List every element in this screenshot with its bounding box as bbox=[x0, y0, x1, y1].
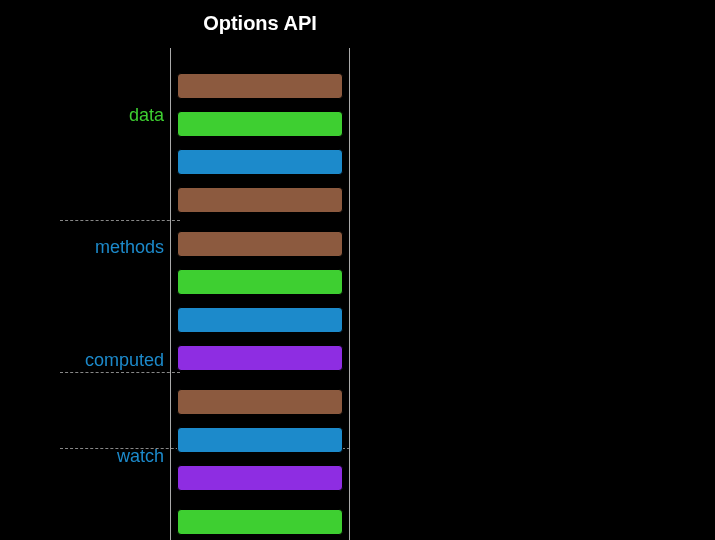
bar-row bbox=[177, 302, 343, 340]
bar-blue bbox=[177, 307, 343, 333]
bar-brown bbox=[177, 73, 343, 99]
diagram-container: Options API data methods computed watch bbox=[60, 12, 360, 41]
bar-green bbox=[177, 111, 343, 137]
section-label-computed: computed bbox=[85, 350, 164, 371]
bar-row bbox=[177, 340, 343, 378]
bar-green bbox=[177, 269, 343, 295]
section-label-methods: methods bbox=[95, 237, 164, 258]
bar-row bbox=[177, 264, 343, 302]
bar-row bbox=[177, 384, 343, 422]
bar-row bbox=[177, 226, 343, 264]
bar-green bbox=[177, 509, 343, 535]
bar-brown bbox=[177, 187, 343, 213]
bar-row bbox=[177, 182, 343, 220]
bar-brown bbox=[177, 389, 343, 415]
bar-blue bbox=[177, 149, 343, 175]
diagram-title: Options API bbox=[170, 12, 350, 35]
divider bbox=[60, 372, 180, 373]
bar-purple bbox=[177, 465, 343, 491]
bar-row bbox=[177, 504, 343, 540]
bar-row bbox=[177, 460, 343, 498]
bar-blue bbox=[177, 427, 343, 453]
bar-purple bbox=[177, 345, 343, 371]
bar-brown bbox=[177, 231, 343, 257]
section-label-watch: watch bbox=[117, 446, 164, 467]
bar-row bbox=[177, 68, 343, 106]
section-label-data: data bbox=[129, 105, 164, 126]
bar-row bbox=[177, 422, 343, 460]
options-box bbox=[170, 48, 350, 540]
bar-row bbox=[177, 144, 343, 182]
bar-row bbox=[177, 106, 343, 144]
divider bbox=[60, 220, 180, 221]
